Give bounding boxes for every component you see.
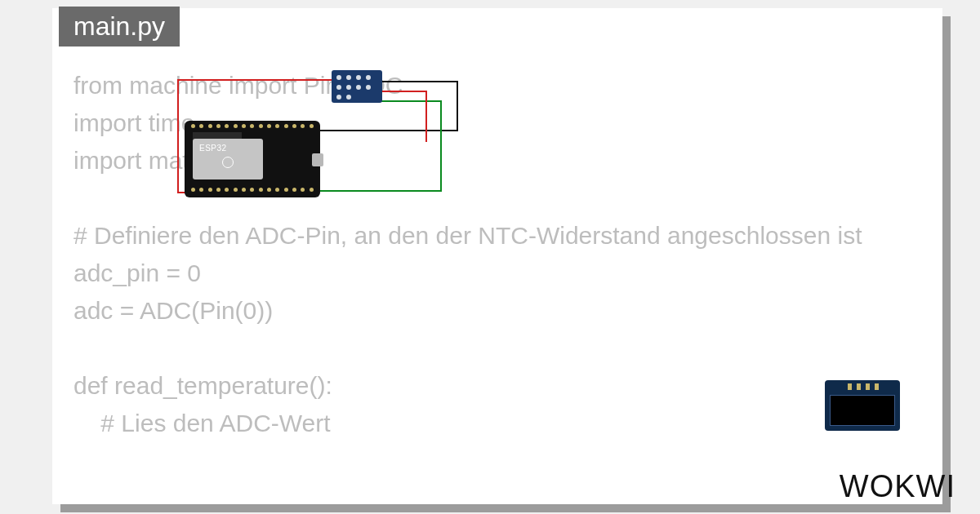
code-line: adc = ADC(Pin(0)) [74,297,273,324]
file-tab-label: main.py [74,11,165,41]
code-line: def read_temperature(): [74,372,332,399]
oled-display[interactable] [825,380,900,431]
wokwi-logo: WOKWI [840,469,956,504]
breakout-pin [336,85,341,90]
oled-pins [848,383,879,390]
breakout-pin [366,85,371,90]
breakout-pin [336,95,341,100]
pin-row-bottom [191,188,314,194]
file-tab[interactable]: main.py [59,7,180,47]
breakout-pin [346,85,351,90]
code-line: # Definiere den ADC-Pin, an den der NTC-… [74,222,862,249]
code-line: import time [74,109,194,136]
code-line: # Lies den ADC-Wert [74,410,331,436]
breakout-pin [356,75,361,80]
breakout-pin [336,75,341,80]
esp32-label: ESP32 [199,144,227,153]
breakout-pin [356,85,361,90]
espressif-icon [222,157,234,168]
oled-screen [830,395,895,426]
esp32-shield: ESP32 [193,139,263,179]
code-line: adc_pin = 0 [74,259,201,286]
breakout-pin [346,95,351,100]
esp32-board[interactable]: ESP32 [185,121,320,197]
pin-row-top [191,124,314,131]
breakout-board[interactable] [332,70,382,103]
breakout-pin [366,75,371,80]
breakout-pin [346,75,351,80]
code-line: import math [74,147,203,174]
usb-port-icon [312,153,323,166]
